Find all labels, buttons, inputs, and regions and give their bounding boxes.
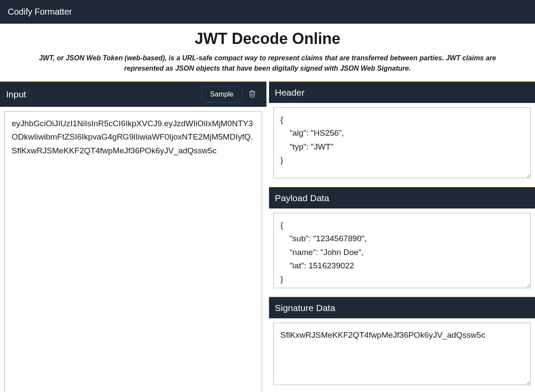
signature-panel-body bbox=[269, 318, 535, 391]
sample-button[interactable]: Sample bbox=[201, 86, 242, 103]
trash-icon bbox=[248, 90, 256, 99]
input-textarea[interactable] bbox=[4, 111, 262, 392]
input-panel-title: Input bbox=[6, 89, 26, 100]
header-textarea[interactable] bbox=[273, 107, 531, 178]
header-panel-header: Header bbox=[269, 81, 535, 103]
signature-panel-header: Signature Data bbox=[269, 297, 535, 318]
input-column: Input Sample bbox=[0, 81, 266, 392]
input-panel-body bbox=[0, 107, 266, 392]
input-panel-header: Input Sample bbox=[0, 81, 266, 107]
payload-panel-body bbox=[269, 208, 535, 294]
output-column: Header Payload Data Signature Data bbox=[269, 81, 535, 392]
header-panel-body bbox=[269, 103, 535, 184]
clear-button[interactable] bbox=[244, 87, 260, 103]
page-description: JWT, or JSON Web Token (web-based), is a… bbox=[31, 53, 505, 74]
payload-textarea[interactable] bbox=[273, 213, 531, 288]
signature-panel-title: Signature Data bbox=[275, 303, 335, 313]
header-section: JWT Decode Online JWT, or JSON Web Token… bbox=[0, 24, 535, 81]
signature-panel: Signature Data bbox=[269, 297, 535, 391]
signature-textarea[interactable] bbox=[273, 323, 531, 385]
topbar: Codify Formatter bbox=[0, 0, 535, 24]
input-panel-actions: Sample bbox=[201, 86, 260, 103]
payload-panel-title: Payload Data bbox=[275, 193, 329, 203]
main-content: Input Sample bbox=[0, 81, 535, 392]
brand-title: Codify Formatter bbox=[8, 7, 72, 16]
header-panel-title: Header bbox=[275, 87, 305, 98]
page-title: JWT Decode Online bbox=[9, 30, 526, 48]
header-panel: Header bbox=[269, 81, 535, 184]
payload-panel-header: Payload Data bbox=[269, 187, 535, 208]
payload-panel: Payload Data bbox=[269, 187, 535, 294]
